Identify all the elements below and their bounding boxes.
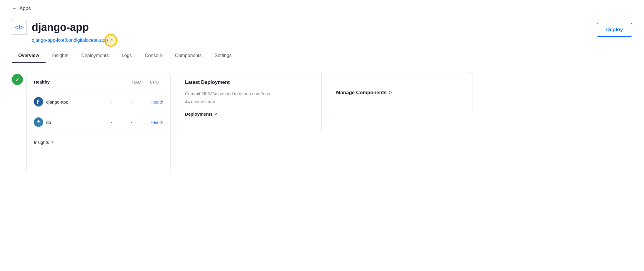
tab-components[interactable]: Components [168,49,208,63]
tab-overview[interactable]: Overview [12,49,46,63]
healthy-column-header: Healthy [34,79,128,84]
cpu-column-header: CPU [146,80,163,84]
insights-chevron-icon: > [51,139,54,145]
tab-settings[interactable]: Settings [208,49,238,63]
tab-deployments[interactable]: Deployments [75,49,115,63]
db-health-link[interactable]: Health [143,120,163,125]
service-name-django: django-app [34,97,100,107]
app-icon: </> [12,20,27,35]
back-arrow-icon[interactable]: ← [12,5,17,11]
deployment-card: Latest Deployment Commit 2fb633c pushed … [178,72,322,131]
django-cpu-value: - [123,99,140,104]
page-title: django-app [32,21,89,34]
deployments-link[interactable]: Deployments > [185,111,314,117]
db-service-name: db [46,120,51,125]
external-link-icon: ↗ [109,38,113,43]
ram-column-header: RAM [128,80,146,84]
deployments-link-label: Deployments [185,112,213,117]
main-content: ✓ Healthy RAM CPU django-app [0,63,644,181]
deployment-card-title: Latest Deployment [185,79,314,85]
insights-link[interactable]: Insights > [34,139,163,145]
db-icon [34,117,43,127]
django-app-icon [34,97,43,107]
tab-insights[interactable]: Insights [46,49,75,63]
header-left: </> django-app django-app-lcor8.ondigita… [12,20,113,43]
url-text: django-app-lcor8.ondigitalocean.app [32,38,108,43]
apps-nav-link[interactable]: Apps [19,6,31,11]
deployment-commit-text: Commit 2fb633c pushed to github.com/mas.… [185,91,314,96]
health-card: Healthy RAM CPU django-app - - Health [26,72,171,172]
tab-console[interactable]: Console [138,49,168,63]
health-status-icon: ✓ [12,74,23,85]
app-title-row: </> django-app [12,20,113,35]
manage-components-label: Manage Components [336,90,387,96]
app-url-link[interactable]: django-app-lcor8.ondigitalocean.app ↗ [12,37,113,43]
django-ram-value: - [103,99,120,104]
health-card-header: Healthy RAM CPU [34,79,163,89]
status-section: ✓ Healthy RAM CPU django-app [12,72,171,172]
service-row-db: db - - Health [34,112,163,132]
deployment-time-text: 44 minutes ago [185,99,314,104]
manage-components-chevron-icon: > [389,90,392,95]
django-health-link[interactable]: Health [143,99,163,104]
service-name-db: db [34,117,100,127]
top-nav: ← Apps [0,0,644,17]
tab-logs[interactable]: Logs [115,49,139,63]
deploy-button[interactable]: Deploy [597,23,632,37]
service-row-django: django-app - - Health [34,92,163,112]
db-cpu-value: - [123,120,140,125]
page-header: </> django-app django-app-lcor8.ondigita… [0,17,644,49]
deployments-chevron-icon: > [214,111,217,117]
manage-components-link[interactable]: Manage Components > [336,90,392,96]
manage-components-card: Manage Components > [329,72,473,113]
svg-point-0 [37,120,40,123]
tabs-bar: Overview Insights Deployments Logs Conso… [0,49,644,63]
url-highlight: ↗ [109,37,113,43]
db-ram-value: - [103,120,120,125]
insights-link-label: Insights [34,140,49,145]
django-app-name: django-app [46,99,68,104]
